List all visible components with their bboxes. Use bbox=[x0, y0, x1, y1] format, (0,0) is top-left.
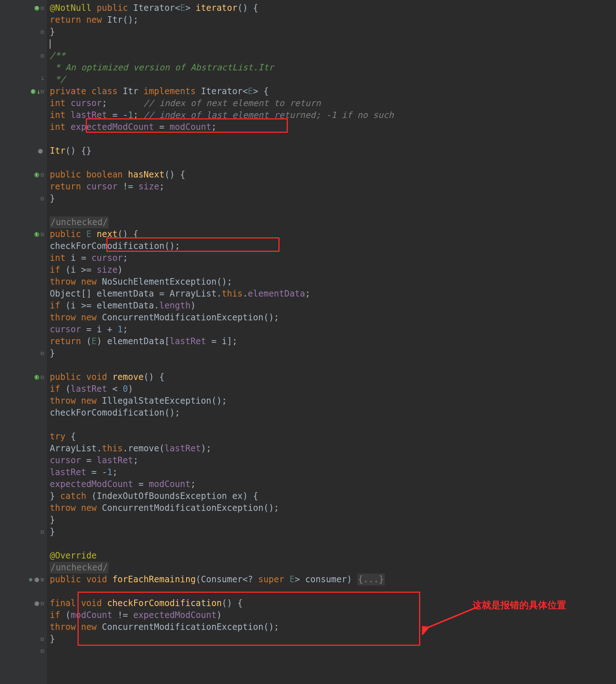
implements-icon bbox=[34, 172, 39, 177]
code-line[interactable]: checkForComodification(); bbox=[47, 407, 616, 419]
implements-icon bbox=[34, 232, 39, 237]
code-line[interactable] bbox=[47, 38, 616, 50]
code-line[interactable]: throw new ConcurrentModificationExceptio… bbox=[47, 312, 616, 324]
code-line[interactable] bbox=[47, 359, 616, 371]
code-line[interactable]: public void remove() { bbox=[47, 371, 616, 383]
code-line[interactable]: throw new ConcurrentModificationExceptio… bbox=[47, 621, 616, 633]
code-line[interactable]: /unchecked/ bbox=[47, 216, 616, 228]
code-line[interactable]: ArrayList.this.remove(lastRet); bbox=[47, 443, 616, 455]
code-editor[interactable]: ⊟ ⊟ ⊟ └ ↓⊟ @ ⊟ ⊟ ⊟ ⊟ ⊟ bbox=[0, 0, 616, 684]
code-line[interactable] bbox=[47, 586, 616, 597]
fold-icon[interactable]: ⊟ bbox=[40, 50, 44, 62]
code-line[interactable]: int i = cursor; bbox=[47, 252, 616, 264]
code-line[interactable] bbox=[47, 133, 616, 145]
code-line[interactable]: } bbox=[47, 193, 616, 205]
code-line[interactable]: @NotNull public Iterator<E> iterator() { bbox=[47, 2, 616, 14]
fold-icon[interactable]: ⊟ bbox=[40, 347, 44, 359]
code-line[interactable]: int lastRet = -1; // index of last eleme… bbox=[47, 109, 616, 121]
fold-icon[interactable]: ⊟ bbox=[40, 169, 44, 181]
code-line[interactable]: checkForComodification(); bbox=[47, 240, 616, 252]
code-line[interactable]: lastRet = -1; bbox=[47, 466, 616, 478]
fold-icon[interactable]: ⊟ bbox=[40, 193, 44, 205]
code-line[interactable]: int cursor; // index of next element to … bbox=[47, 97, 616, 109]
at-icon: @ bbox=[34, 577, 39, 582]
annotation-label: 这就是报错的具体位置 bbox=[472, 599, 566, 611]
code-line[interactable] bbox=[47, 157, 616, 169]
code-line[interactable]: } catch (IndexOutOfBoundsException ex) { bbox=[47, 490, 616, 502]
code-line[interactable]: expectedModCount = modCount; bbox=[47, 478, 616, 490]
code-line[interactable]: private class Itr implements Iterator<E>… bbox=[47, 86, 616, 97]
code-line[interactable] bbox=[47, 205, 616, 216]
override-icon bbox=[34, 6, 39, 11]
code-line[interactable]: throw new NoSuchElementException(); bbox=[47, 276, 616, 288]
fold-icon[interactable]: ⊟ bbox=[40, 645, 44, 657]
code-line[interactable]: public void forEachRemaining(Consumer<? … bbox=[47, 574, 616, 586]
code-line[interactable]: return cursor != size; bbox=[47, 181, 616, 193]
code-line[interactable] bbox=[47, 419, 616, 431]
at-icon: @ bbox=[34, 601, 39, 606]
fold-icon[interactable]: ⊟ bbox=[40, 597, 44, 609]
fold-icon[interactable]: ⊟ bbox=[40, 86, 44, 97]
implements-icon bbox=[34, 375, 39, 380]
fold-icon[interactable]: ⊟ bbox=[40, 26, 44, 38]
code-line[interactable]: int expectedModCount = modCount; bbox=[47, 121, 616, 133]
code-line[interactable]: public boolean hasNext() { bbox=[47, 169, 616, 181]
code-line[interactable] bbox=[47, 645, 616, 657]
code-line[interactable]: } bbox=[47, 633, 616, 645]
fold-icon[interactable]: ⊟ bbox=[40, 633, 44, 645]
code-line[interactable]: } bbox=[47, 347, 616, 359]
code-line[interactable]: cursor = i + 1; bbox=[47, 324, 616, 336]
code-line[interactable]: if (i >= elementData.length) bbox=[47, 300, 616, 312]
override-icon bbox=[31, 89, 36, 94]
code-line[interactable]: public E next() { bbox=[47, 228, 616, 240]
code-line[interactable]: cursor = lastRet; bbox=[47, 455, 616, 466]
fold-icon[interactable]: ⊟ bbox=[40, 371, 44, 383]
code-line[interactable]: /** bbox=[47, 50, 616, 62]
code-line[interactable]: } bbox=[47, 26, 616, 38]
code-line[interactable]: } bbox=[47, 526, 616, 538]
code-line[interactable] bbox=[47, 538, 616, 550]
code-line[interactable]: if (lastRet < 0) bbox=[47, 383, 616, 395]
code-area[interactable]: @NotNull public Iterator<E> iterator() {… bbox=[47, 0, 616, 684]
fold-icon[interactable]: └ bbox=[40, 74, 44, 86]
code-line[interactable]: } bbox=[47, 514, 616, 526]
at-icon: @ bbox=[38, 149, 43, 154]
code-line[interactable]: */ bbox=[47, 74, 616, 86]
code-line[interactable]: return new Itr(); bbox=[47, 14, 616, 26]
code-line[interactable]: try { bbox=[47, 431, 616, 443]
code-line[interactable]: * An optimized version of AbstractList.I… bbox=[47, 62, 616, 74]
code-line[interactable]: return (E) elementData[lastRet = i]; bbox=[47, 336, 616, 347]
fold-icon[interactable]: ⊟ bbox=[40, 228, 44, 240]
code-line[interactable]: throw new IllegalStateException(); bbox=[47, 395, 616, 407]
gutter: ⊟ ⊟ ⊟ └ ↓⊟ @ ⊟ ⊟ ⊟ ⊟ ⊟ bbox=[0, 0, 47, 684]
code-line[interactable]: throw new ConcurrentModificationExceptio… bbox=[47, 502, 616, 514]
fold-icon[interactable]: ⊟ bbox=[40, 526, 44, 538]
code-line[interactable]: if (i >= size) bbox=[47, 264, 616, 276]
code-line[interactable]: /unchecked/ bbox=[47, 562, 616, 574]
code-line[interactable]: Itr() {} bbox=[47, 145, 616, 157]
fold-icon[interactable]: ⊟ bbox=[40, 2, 44, 14]
end-icon bbox=[29, 578, 33, 582]
code-line[interactable]: @Override bbox=[47, 550, 616, 562]
fold-icon[interactable]: ⊞ bbox=[40, 574, 44, 586]
code-line[interactable]: Object[] elementData = ArrayList.this.el… bbox=[47, 288, 616, 300]
